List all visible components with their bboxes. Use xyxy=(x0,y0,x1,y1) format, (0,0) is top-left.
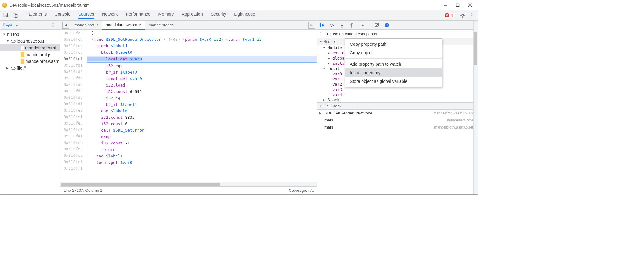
context-menu: Copy property pathCopy objectAdd propert… xyxy=(345,38,442,87)
code-lines: ) (func $SDL_SetRenderDrawColor (;444;) … xyxy=(86,30,317,182)
navigator-sidebar: Page » ▼top▼localhost:5501mandelbrot.htm… xyxy=(0,21,60,194)
settings-gear-icon[interactable] xyxy=(459,11,467,19)
scope-stack[interactable]: ▶Stack xyxy=(317,97,478,102)
svg-line-14 xyxy=(461,17,461,17)
pause-on-caught-checkbox[interactable] xyxy=(320,32,324,36)
callstack-header[interactable]: ▼ Call Stack xyxy=(317,102,478,110)
svg-point-20 xyxy=(53,25,54,25)
tree-item[interactable]: mandelbrot.js xyxy=(0,51,60,58)
svg-rect-24 xyxy=(320,23,321,27)
tree-item[interactable]: ▼top xyxy=(0,31,60,38)
tab-memory[interactable]: Memory xyxy=(158,12,174,19)
error-icon: ✕ xyxy=(445,13,449,17)
step-out-button[interactable] xyxy=(348,22,355,29)
svg-point-18 xyxy=(471,17,472,17)
svg-point-7 xyxy=(462,14,464,16)
file-tree: ▼top▼localhost:5501mandelbrot.htmlmandel… xyxy=(0,30,60,73)
error-badge[interactable]: ✕ 4 xyxy=(443,13,456,18)
editor-statusbar: Line 27107, Column 1 Coverage: n/a xyxy=(60,186,317,194)
top-toolbar: Elements Console Sources Network Perform… xyxy=(0,10,478,21)
status-coverage: Coverage: n/a xyxy=(289,188,314,193)
window-title: DevTools - localhost:5501/mandelbrot.htm… xyxy=(9,3,91,8)
context-menu-item[interactable]: Add property path to watch xyxy=(345,60,442,68)
context-menu-item[interactable]: Copy property path xyxy=(345,40,442,48)
context-menu-item[interactable]: Copy object xyxy=(345,48,442,57)
editor-horizontal-scrollbar[interactable] xyxy=(60,182,317,186)
debugger-toolbar: ll xyxy=(317,21,478,30)
callstack-frame[interactable]: mainmandelbrot.cc:41 xyxy=(317,117,478,124)
scope-local-item[interactable]: var4: xyxy=(317,92,478,97)
maximize-button[interactable] xyxy=(452,2,464,9)
editor-pane: ◀ mandelbrot.jsmandelbrot.wasm×mandelbro… xyxy=(60,21,317,194)
editor-tab[interactable]: mandelbrot.js xyxy=(71,21,102,30)
close-button[interactable] xyxy=(464,2,476,9)
gutter: 0x010fc80x010fc90x010fcb0x010fcd0x010fcf… xyxy=(60,30,86,182)
status-cursor: Line 27107, Column 1 xyxy=(63,188,102,193)
svg-point-19 xyxy=(53,23,54,24)
tab-console[interactable]: Console xyxy=(55,12,70,19)
panel-tabs: Elements Console Sources Network Perform… xyxy=(29,12,443,19)
app-icon xyxy=(2,3,7,8)
tab-lighthouse[interactable]: Lighthouse xyxy=(234,12,255,19)
tree-item[interactable]: mandelbrot.html xyxy=(0,44,60,51)
svg-point-21 xyxy=(53,26,54,27)
tab-network[interactable]: Network xyxy=(102,12,118,19)
editor-tab[interactable]: mandelbrot.cc xyxy=(145,21,177,30)
editor-nav-back[interactable]: ◀ xyxy=(62,22,69,29)
svg-line-15 xyxy=(464,13,464,14)
step-into-button[interactable] xyxy=(339,22,345,29)
debugger-scrollbar[interactable] xyxy=(473,21,478,194)
code-editor[interactable]: 0x010fc80x010fc90x010fcb0x010fcd0x010fcf… xyxy=(60,30,317,182)
scope-local-item[interactable]: var3: xyxy=(317,87,478,92)
tree-item[interactable]: mandelbrot.wasm xyxy=(0,58,60,65)
minimize-button[interactable] xyxy=(440,2,451,9)
separator xyxy=(369,22,369,28)
pause-on-caught-label: Pause on caught exceptions xyxy=(327,32,377,36)
inspect-element-icon[interactable] xyxy=(2,11,10,19)
svg-line-12 xyxy=(461,13,461,14)
svg-rect-1 xyxy=(456,4,459,6)
svg-point-25 xyxy=(331,26,332,27)
tab-elements[interactable]: Elements xyxy=(29,12,47,19)
context-menu-item[interactable]: Inspect memory xyxy=(345,68,442,77)
navigator-header: Page » xyxy=(0,21,60,30)
svg-point-16 xyxy=(471,13,472,14)
navigator-more[interactable]: » xyxy=(16,23,18,27)
callstack-frame[interactable]: mainmandelbrot.wasm:0x3ef2 xyxy=(317,124,478,131)
step-button[interactable] xyxy=(358,22,365,29)
editor-nav-forward[interactable]: ▶ xyxy=(308,22,315,29)
context-menu-item[interactable]: Store object as global variable xyxy=(345,77,442,86)
resume-button[interactable] xyxy=(319,22,326,29)
pause-on-caught-row[interactable]: Pause on caught exceptions xyxy=(317,30,478,38)
tree-item[interactable]: ▼localhost:5501 xyxy=(0,38,60,44)
tab-application[interactable]: Application xyxy=(182,12,203,19)
deactivate-breakpoints-button[interactable] xyxy=(374,22,381,29)
more-options-icon[interactable] xyxy=(468,11,476,19)
navigator-tab-page[interactable]: Page xyxy=(3,22,12,28)
svg-point-27 xyxy=(341,26,343,28)
separator xyxy=(21,13,21,18)
debugger-pane: ll Pause on caught exceptions ▼ Scope ▼M… xyxy=(317,21,478,194)
pause-on-exceptions-button[interactable]: ll xyxy=(384,22,390,29)
close-tab-icon[interactable]: × xyxy=(139,22,142,27)
svg-point-17 xyxy=(471,15,472,16)
tree-item[interactable]: ▶file:// xyxy=(0,65,60,71)
workspace: Page » ▼top▼localhost:5501mandelbrot.htm… xyxy=(0,21,478,194)
navigator-menu-icon[interactable] xyxy=(49,21,57,29)
tab-security[interactable]: Security xyxy=(211,12,226,19)
svg-point-31 xyxy=(363,25,364,26)
svg-line-13 xyxy=(464,17,464,17)
svg-point-29 xyxy=(351,26,352,28)
editor-tab[interactable]: mandelbrot.wasm× xyxy=(102,21,145,30)
devtools-window: DevTools - localhost:5501/mandelbrot.htm… xyxy=(0,0,478,195)
error-count: 4 xyxy=(451,13,453,17)
tab-performance[interactable]: Performance xyxy=(126,12,150,19)
tab-sources[interactable]: Sources xyxy=(78,12,94,19)
device-toggle-icon[interactable] xyxy=(11,11,19,19)
title-bar: DevTools - localhost:5501/mandelbrot.htm… xyxy=(0,0,478,10)
step-over-button[interactable] xyxy=(329,22,335,29)
callstack-frame[interactable]: SDL_SetRenderDrawColormandelbrot.wasm:0x… xyxy=(317,110,478,117)
svg-rect-6 xyxy=(15,14,17,17)
editor-tabs: ◀ mandelbrot.jsmandelbrot.wasm×mandelbro… xyxy=(60,21,317,30)
